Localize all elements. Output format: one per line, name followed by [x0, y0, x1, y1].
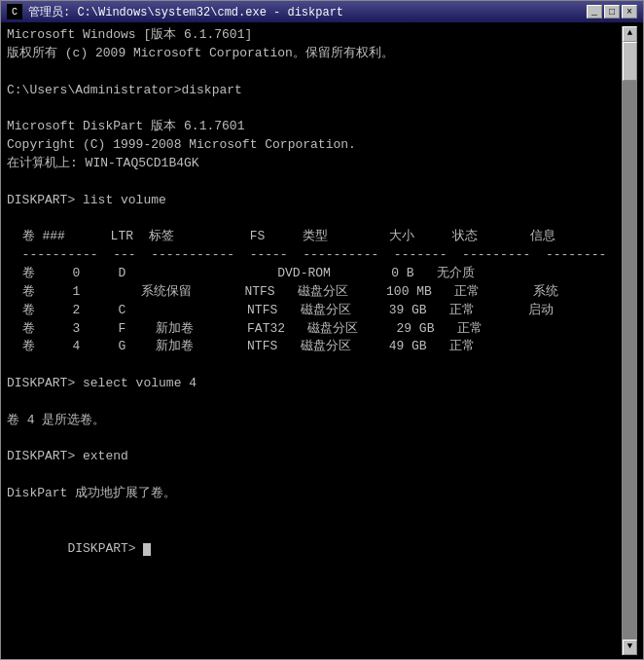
extend-result: DiskPart 成功地扩展了卷。: [7, 485, 622, 503]
console-area[interactable]: Microsoft Windows [版本 6.1.7601] 版权所有 (c)…: [1, 22, 643, 659]
console-line-3: [7, 63, 622, 82]
console-line-6: Microsoft DiskPart 版本 6.1.7601: [7, 118, 622, 136]
col-divider: ---------- --- ----------- ----- -------…: [7, 246, 622, 265]
title-bar: C 管理员: C:\Windows\system32\cmd.exe - dis…: [1, 1, 643, 22]
console-line-5: [7, 99, 622, 118]
scrollbar-down-button[interactable]: ▼: [623, 640, 637, 655]
col-headers: 卷 ### LTR 标签 FS 类型 大小 状态 信息: [7, 228, 622, 246]
console-content: Microsoft Windows [版本 6.1.7601] 版权所有 (c)…: [7, 26, 622, 655]
console-line-1: Microsoft Windows [版本 6.1.7601]: [7, 26, 622, 45]
blank-before-prompt: [7, 503, 622, 522]
select-result: 卷 4 是所选卷。: [7, 412, 622, 430]
scrollbar-track[interactable]: [623, 42, 637, 640]
minimize-button[interactable]: _: [587, 5, 602, 18]
vol-row-4: 卷 4 G 新加卷 NTFS 磁盘分区 49 GB 正常: [7, 338, 622, 356]
current-prompt: DISKPART>: [7, 522, 622, 577]
cmd-select: DISKPART> select volume 4: [7, 375, 622, 393]
blank-after-extend: [7, 466, 622, 485]
window-title: 管理员: C:\Windows\system32\cmd.exe - diskp…: [28, 4, 343, 20]
blank-after-select: [7, 393, 622, 412]
title-bar-left: C 管理员: C:\Windows\system32\cmd.exe - dis…: [7, 4, 343, 20]
console-line-2: 版权所有 (c) 2009 Microsoft Corporation。保留所有…: [7, 45, 622, 63]
prompt-text: DISKPART>: [67, 541, 143, 556]
vol-row-2: 卷 2 C NTFS 磁盘分区 39 GB 正常 启动: [7, 302, 622, 320]
vol-row-1: 卷 1 系统保留 NTFS 磁盘分区 100 MB 正常 系统: [7, 283, 622, 302]
console-line-9: [7, 173, 622, 192]
console-line-7: Copyright (C) 1999-2008 Microsoft Corpor…: [7, 136, 622, 155]
scrollbar-up-button[interactable]: ▲: [623, 26, 637, 42]
maximize-button[interactable]: □: [604, 5, 620, 18]
blank-after-vols: [7, 356, 622, 375]
vol-row-3: 卷 3 F 新加卷 FAT32 磁盘分区 29 GB 正常: [7, 320, 622, 339]
console-cmd-list: DISKPART> list volume: [7, 192, 622, 210]
scrollbar-thumb[interactable]: [623, 42, 637, 81]
window-controls: _ □ ×: [587, 5, 637, 18]
vol-row-0: 卷 0 D DVD-ROM 0 B 无介质: [7, 265, 622, 283]
blank-after-result: [7, 430, 622, 449]
console-line-4: C:\Users\Administrator>diskpart: [7, 82, 622, 100]
cmd-icon: C: [7, 4, 22, 19]
console-line-8: 在计算机上: WIN-TAQ5CD1B4GK: [7, 155, 622, 173]
cmd-extend: DISKPART> extend: [7, 448, 622, 466]
cursor-blink: [143, 543, 151, 556]
cmd-window: C 管理员: C:\Windows\system32\cmd.exe - dis…: [0, 0, 644, 660]
scrollbar[interactable]: ▲ ▼: [622, 26, 637, 655]
console-line-blank: [7, 209, 622, 228]
close-button[interactable]: ×: [622, 5, 637, 18]
